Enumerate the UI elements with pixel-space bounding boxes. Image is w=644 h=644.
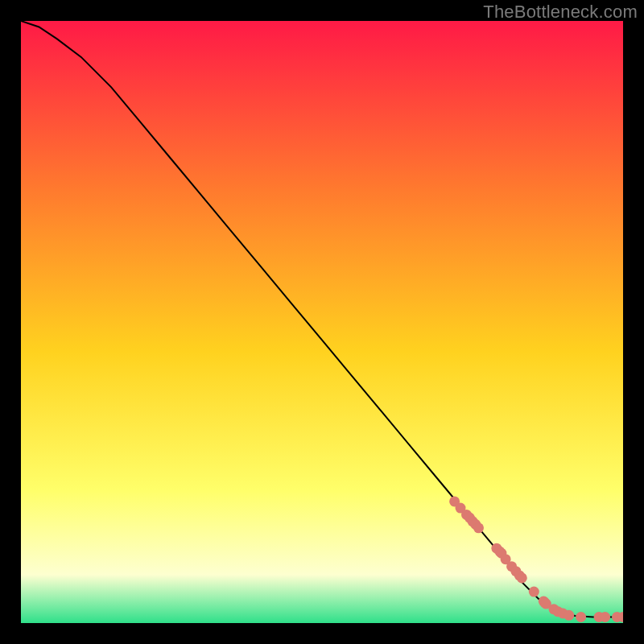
sample-point [564, 610, 574, 621]
sample-point [576, 612, 586, 622]
watermark-label: TheBottleneck.com [483, 2, 638, 23]
sample-point [517, 572, 527, 583]
chart-frame: TheBottleneck.com [0, 0, 644, 644]
sample-point [529, 587, 539, 597]
chart-svg [21, 21, 623, 623]
sample-point [473, 522, 484, 533]
sample-point [600, 612, 610, 622]
plot-area [21, 21, 623, 623]
gradient-background [21, 21, 623, 623]
